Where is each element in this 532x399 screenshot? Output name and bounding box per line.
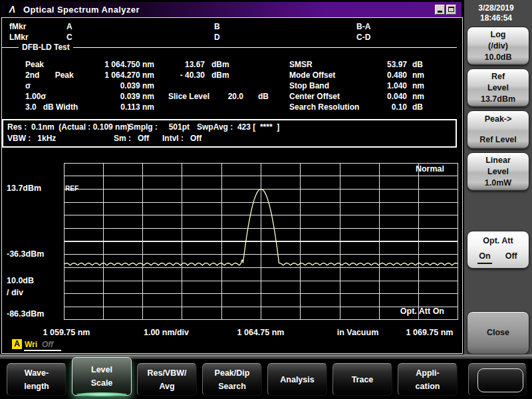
maximize-button[interactable] [446,5,456,15]
fnkey-peak-dip-search[interactable]: Peak/Dip Search [202,363,262,396]
x-label-vacuum-mode: in Vacuum [337,328,379,337]
date-display: 3/28/2019 [464,3,528,13]
result-right-label: Center Offset [289,92,340,101]
fnkey-line: Analysis [280,373,314,386]
trace-write-mode: Wri [25,340,37,349]
ref-level-marker: REF [65,185,78,192]
resolution-setting: Res : 0.1nm (Actual : 0.109 nm) [7,122,130,132]
opt-att-off-option[interactable]: Off [504,251,519,264]
y-label-mid-level: -36.3dBm [7,249,44,259]
minimize-button[interactable] [435,5,445,15]
y-label-ref-level: 13.7dBm [7,184,41,193]
trace-off-state: Off [42,340,53,349]
opt-att-options: On Off [473,251,523,264]
fnkey-res-vbw-avg[interactable]: Res/VBW/ Avg [137,363,197,396]
fnkey-more-pages[interactable] [468,363,527,396]
result-right-value: 53.97 [359,60,407,69]
frequency-marker-row: fMkr A B B-A [0,22,459,32]
result-right-unit: dB [412,102,423,112]
anritsu-logo-icon: Λ [5,3,20,16]
fnkey-trace[interactable]: Trace [332,363,392,396]
trace-mode-underline [24,350,61,351]
x-label-span-per-div: 1.00 nm/div [144,328,189,337]
result-row-2nd-peak: 2nd Peak 1 064.270 nm - 40.30 dBm Mode O… [0,70,464,80]
softkey-peak-to-ref-level[interactable]: Peak-> Ref Level [467,110,529,149]
softkey-line: 1.0mW [485,178,511,189]
marker-b-minus-a: B-A [356,22,370,31]
fnkey-line: Level [91,363,112,376]
lmkr-label: LMkr [9,33,29,42]
softkey-line: Ref Level [479,134,517,146]
result-wavelength: 0.039 nm [60,81,154,90]
softkey-line: 10.0dB [485,52,512,63]
slice-level-value: 20.0 [218,92,243,101]
result-wavelength: 0.039 nm [60,92,154,101]
softkey-line: Level [487,82,509,94]
fnkey-line: Avg [159,380,174,393]
fnkey-line: Appli- [416,366,439,380]
marker-c-minus-d: C-D [356,33,370,42]
fnkey-line: Trace [352,373,374,386]
maximize-icon [448,7,454,12]
softkey-linear-level[interactable]: Linear Level 1.0mW [467,152,529,191]
result-right-label: Search Resolution [289,102,359,112]
y-label-scale-per-div: / div [7,288,23,297]
result-row-peak: Peak 1 064.750 nm 13.67 dBm SMSR 53.97 d… [0,60,464,70]
clock: 3/28/2019 18:46:54 [464,3,528,23]
result-level: - 40.30 [157,70,205,80]
y-label-bottom-level: -86.3dBm [7,309,44,319]
result-right-label: SMSR [289,60,313,69]
fnkey-line: Peak/Dip [215,366,250,380]
softkey-line: Close [487,327,509,338]
sweep-average-setting: SwpAvg : 423 [ **** ] [197,122,279,132]
softkey-line: 13.7dBm [481,94,515,105]
result-right-label: Mode Offset [289,70,335,80]
x-label-stop-wavelength: 1 069.75 nm [406,328,454,337]
selected-key-glow [76,392,127,396]
graticule [64,163,458,320]
slice-level-label: Slice Level [168,92,209,101]
result-right-unit: nm [412,70,424,80]
analysis-test-name: DFB-LD Test [19,43,73,52]
softkey-log-per-div[interactable]: Log (/div) 10.0dB [467,27,529,65]
minimize-icon [438,11,442,13]
softkey-line: Peak-> [485,114,512,125]
time-display: 18:46:54 [464,13,528,23]
fnkey-level-scale-selected[interactable]: Level Scale [72,357,132,396]
sweep-settings-box: Res : 0.1nm (Actual : 0.109 nm) Smplg : … [2,119,457,148]
opt-att-title: Opt. Att [483,235,513,247]
softkey-sidebar: 3/28/2019 18:46:54 Log (/div) 10.0dB Ref… [464,0,532,356]
x-label-center-wavelength: 1 064.75 nm [237,328,285,337]
result-right-value: 0.10 [359,102,407,112]
result-row-3db-width: 3.0 dB Width 0.113 nm Search Resolution … [0,102,464,112]
result-right-value: 1.040 [359,81,407,90]
fmkr-label: fMkr [9,22,26,31]
softkey-line: Linear [485,155,511,166]
fnkey-line: cation [416,380,440,393]
fnkey-wavelength[interactable]: Wave- length [7,363,66,396]
spectrum-plot: REF Normal Opt. Att On [64,163,458,320]
opt-att-on-option[interactable]: On [477,251,491,264]
result-level-unit: dBm [211,60,229,69]
softkey-line: (/div) [488,41,508,52]
window-title: Optical Spectrum Analyzer [23,5,140,15]
marker-c: C [66,33,72,42]
instrument-screen: Λ Optical Spectrum Analyzer fMkr A B B-A… [0,0,464,354]
fnkey-application[interactable]: Appli- cation [398,363,458,396]
result-wavelength: 1 064.270 nm [60,70,154,80]
result-label: Peak [25,60,44,69]
softkey-close[interactable]: Close [467,311,529,354]
fnkey-line: Scale [91,376,113,390]
softkey-ref-level[interactable]: Ref Level 13.7dBm [467,68,529,107]
result-right-label: Stop Band [289,81,329,90]
result-row-sigma: σ 0.039 nm Stop Band 1.040 nm [0,81,464,91]
arrow-right-icon [469,364,526,395]
softkey-optical-attenuator[interactable]: Opt. Att On Off [467,231,529,269]
interval-setting: Intvl : Off [162,134,201,143]
result-right-unit: dB [412,60,423,69]
slice-level-unit: dB [258,92,269,101]
result-right-unit: nm [412,81,424,90]
fnkey-line: length [24,380,49,393]
fnkey-analysis[interactable]: Analysis [267,363,327,396]
x-label-start-wavelength: 1 059.75 nm [43,328,90,337]
